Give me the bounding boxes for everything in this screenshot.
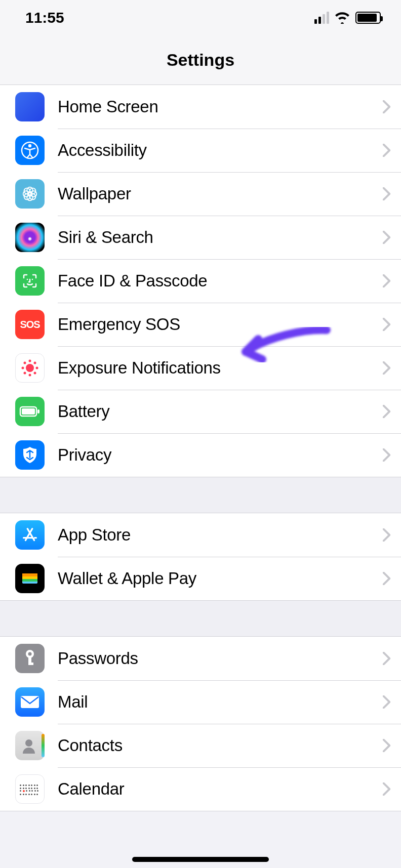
- calendar-icon: [15, 774, 45, 804]
- settings-row-privacy[interactable]: Privacy: [0, 433, 401, 477]
- chevron-right-icon: [383, 144, 391, 157]
- settings-label: Privacy: [58, 445, 383, 465]
- svg-point-13: [26, 364, 34, 372]
- settings-row-contacts[interactable]: Contacts: [0, 724, 401, 767]
- page-title-text: Settings: [167, 50, 234, 70]
- settings-label: Mail: [58, 692, 383, 712]
- chevron-right-icon: [383, 231, 391, 244]
- chevron-right-icon: [383, 695, 391, 709]
- chevron-right-icon: [383, 318, 391, 331]
- svg-rect-28: [22, 579, 37, 582]
- chevron-right-icon: [383, 361, 391, 375]
- settings-row-wallpaper[interactable]: Wallpaper: [0, 172, 401, 216]
- chevron-right-icon: [383, 528, 391, 542]
- svg-point-14: [29, 360, 31, 362]
- settings-label: Accessibility: [58, 141, 383, 160]
- settings-label: Passwords: [58, 649, 383, 668]
- section-gap: [0, 477, 401, 513]
- svg-point-12: [32, 279, 33, 280]
- siri-icon: [15, 223, 45, 252]
- faceid-icon: [15, 266, 45, 296]
- settings-row-passwords[interactable]: Passwords: [0, 637, 401, 680]
- svg-point-1: [28, 144, 31, 147]
- svg-rect-23: [22, 408, 35, 415]
- settings-label: Wallet & Apple Pay: [58, 569, 383, 588]
- settings-row-app-store[interactable]: App Store: [0, 513, 401, 557]
- app-store-icon: [15, 520, 45, 550]
- chevron-right-icon: [383, 652, 391, 665]
- chevron-right-icon: [383, 187, 391, 200]
- status-indicators: [314, 12, 381, 24]
- settings-label: Home Screen: [58, 97, 383, 116]
- privacy-icon: [15, 440, 45, 470]
- svg-point-35: [25, 739, 32, 747]
- svg-point-31: [28, 652, 32, 656]
- settings-row-siri-search[interactable]: Siri & Search: [0, 216, 401, 259]
- home-indicator[interactable]: [132, 857, 269, 862]
- status-time: 11:55: [25, 9, 64, 26]
- svg-rect-29: [22, 582, 37, 584]
- contacts-icon: [15, 731, 45, 760]
- settings-label: Emergency SOS: [58, 315, 383, 334]
- mail-icon: [15, 687, 45, 717]
- battery-settings-icon: [15, 397, 45, 426]
- settings-label: Calendar: [58, 779, 383, 799]
- settings-label: Face ID & Passcode: [58, 271, 383, 291]
- chevron-right-icon: [383, 782, 391, 796]
- settings-group-accounts: Passwords Mail Contacts Calendar: [0, 636, 401, 811]
- wifi-icon: [334, 12, 350, 24]
- passwords-icon: [15, 644, 45, 673]
- svg-rect-34: [21, 696, 39, 708]
- svg-point-20: [24, 372, 26, 375]
- sos-icon: SOS: [15, 310, 45, 339]
- settings-row-accessibility[interactable]: Accessibility: [0, 129, 401, 172]
- wallet-icon: [15, 564, 45, 593]
- home-screen-icon: [15, 92, 45, 121]
- accessibility-icon: [15, 136, 45, 165]
- settings-row-exposure-notifications[interactable]: Exposure Notifications: [0, 346, 401, 390]
- settings-label: Battery: [58, 402, 383, 421]
- settings-group-general: Home Screen Accessibility Wallpaper Siri…: [0, 85, 401, 477]
- settings-row-faceid[interactable]: Face ID & Passcode: [0, 259, 401, 303]
- svg-rect-26: [22, 573, 37, 576]
- chevron-right-icon: [383, 405, 391, 418]
- svg-point-11: [27, 279, 28, 280]
- svg-point-16: [22, 367, 24, 369]
- settings-row-home-screen[interactable]: Home Screen: [0, 85, 401, 129]
- settings-row-calendar[interactable]: Calendar: [0, 767, 401, 811]
- svg-point-17: [36, 367, 38, 369]
- chevron-right-icon: [383, 100, 391, 113]
- wallpaper-icon: [15, 179, 45, 209]
- svg-rect-24: [37, 409, 39, 414]
- svg-rect-27: [22, 576, 37, 579]
- svg-point-21: [34, 372, 36, 375]
- svg-point-19: [34, 362, 36, 364]
- chevron-right-icon: [383, 448, 391, 462]
- settings-label: Wallpaper: [58, 184, 383, 203]
- chevron-right-icon: [383, 739, 391, 752]
- cellular-signal-icon: [314, 12, 329, 24]
- settings-label: Siri & Search: [58, 228, 383, 247]
- settings-group-store: App Store Wallet & Apple Pay: [0, 513, 401, 601]
- section-gap: [0, 601, 401, 636]
- svg-point-18: [24, 362, 26, 364]
- page-title: Settings: [0, 35, 401, 85]
- battery-icon: [355, 12, 381, 24]
- settings-label: Exposure Notifications: [58, 358, 383, 378]
- svg-rect-33: [28, 663, 33, 665]
- settings-row-battery[interactable]: Battery: [0, 390, 401, 433]
- exposure-icon: [15, 353, 45, 383]
- chevron-right-icon: [383, 572, 391, 585]
- settings-row-emergency-sos[interactable]: SOS Emergency SOS: [0, 303, 401, 346]
- settings-label: App Store: [58, 525, 383, 545]
- status-bar: 11:55: [0, 0, 401, 35]
- chevron-right-icon: [383, 274, 391, 287]
- svg-point-15: [29, 374, 31, 377]
- sos-text: SOS: [20, 319, 39, 330]
- settings-row-mail[interactable]: Mail: [0, 680, 401, 724]
- settings-label: Contacts: [58, 736, 383, 755]
- settings-row-wallet[interactable]: Wallet & Apple Pay: [0, 557, 401, 600]
